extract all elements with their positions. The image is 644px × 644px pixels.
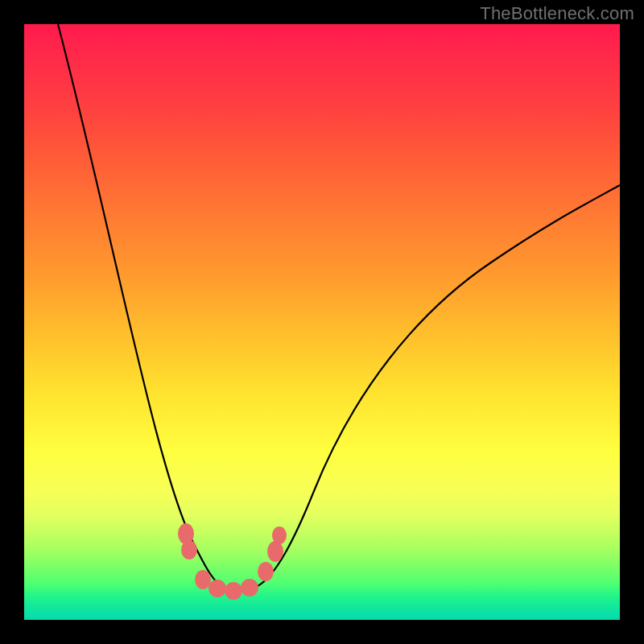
marker-dot xyxy=(208,580,226,597)
marker-dot xyxy=(181,540,197,559)
marker-dot xyxy=(241,579,258,597)
marker-dot xyxy=(195,570,211,589)
marker-dot xyxy=(225,582,242,600)
chart-frame: TheBottleneck.com xyxy=(0,0,644,644)
marker-dot xyxy=(267,541,283,562)
marker-dot xyxy=(258,562,274,581)
bottleneck-curve xyxy=(58,24,620,591)
watermark-text: TheBottleneck.com xyxy=(480,3,634,24)
plot-area xyxy=(24,24,620,620)
marker-dot xyxy=(272,526,287,544)
chart-svg xyxy=(24,24,620,620)
